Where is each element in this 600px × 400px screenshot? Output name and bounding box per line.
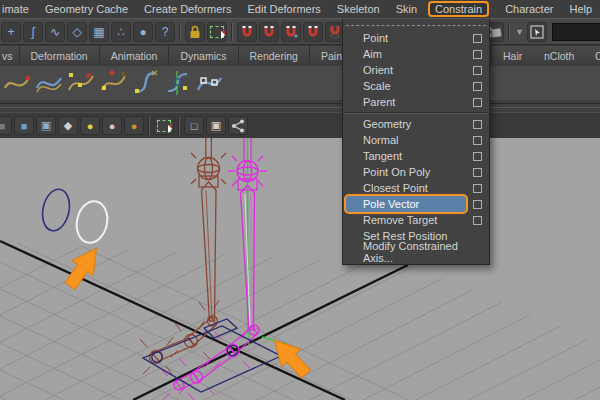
snap-grid-icon[interactable]	[237, 22, 257, 42]
curve-shelf-icon-3[interactable]	[66, 68, 96, 98]
snap-curve-icon[interactable]	[259, 22, 279, 42]
separator	[179, 23, 181, 41]
wireframe-cube-icon[interactable]: □	[184, 116, 204, 135]
shelf-divider	[0, 100, 600, 112]
camera-icon[interactable]: ■	[0, 116, 12, 135]
film-gate-icon[interactable]: ◆	[58, 116, 78, 135]
tab-hair[interactable]: Hair	[492, 46, 534, 66]
option-box-icon[interactable]	[473, 184, 482, 193]
menu-item-remove-target[interactable]: Remove Target	[343, 212, 489, 228]
shaded-cube-icon[interactable]: ■	[14, 116, 34, 135]
curve-shelf-icon-5[interactable]	[130, 68, 160, 98]
menu-item-scale[interactable]: Scale	[343, 78, 489, 94]
curve-shelf-icon-4[interactable]	[98, 68, 128, 98]
separator	[508, 23, 510, 41]
lock-icon[interactable]	[185, 22, 205, 42]
menu-item-orient[interactable]: Orient	[343, 62, 489, 78]
option-box-icon[interactable]	[473, 200, 482, 209]
option-box-icon[interactable]	[473, 34, 482, 43]
option-box-icon[interactable]	[473, 82, 482, 91]
tab-ncloth[interactable]: nCloth	[533, 46, 586, 66]
menu-item-tangent[interactable]: Tangent	[343, 148, 489, 164]
xray-icon[interactable]: ▣	[206, 116, 226, 135]
cluster-icon[interactable]: ∴	[111, 22, 131, 42]
menu-character[interactable]: Character	[505, 2, 553, 16]
snap-projected-center-icon[interactable]	[303, 22, 323, 42]
status-line: + ʃ ∿ ◇ ▦ ∴ ● ?	[0, 18, 600, 44]
menu-help[interactable]: Help	[569, 2, 592, 16]
option-box-icon[interactable]	[473, 66, 482, 75]
menu-skeleton[interactable]: Skeleton	[337, 2, 380, 16]
sphere-gray-icon[interactable]: ●	[102, 116, 122, 135]
curve-tool-icon[interactable]: ∿	[45, 22, 65, 42]
shelf-tab-bar: vs Deformation Animation Dynamics Render…	[0, 44, 600, 66]
tear-off-handle[interactable]	[346, 20, 486, 26]
isolate-select-icon[interactable]	[154, 116, 174, 135]
tab-animation[interactable]: Animation	[100, 46, 170, 66]
tab-custom[interactable]: Cust	[584, 46, 600, 66]
option-box-icon[interactable]	[473, 120, 482, 129]
plane-icon[interactable]: ◇	[67, 22, 87, 42]
menu-animate[interactable]: imate	[2, 2, 29, 16]
separator	[231, 23, 233, 41]
plus-icon[interactable]: +	[1, 22, 21, 42]
quick-selection-input[interactable]	[552, 23, 600, 41]
share-icon[interactable]	[228, 116, 248, 135]
option-box-icon[interactable]	[473, 168, 482, 177]
menu-item-modify-constrained-axis[interactable]: Modify Constrained Axis...	[343, 244, 489, 260]
option-box-icon[interactable]	[473, 136, 482, 145]
menu-separator	[344, 112, 488, 114]
status-line-right: ▼	[483, 20, 600, 44]
help-icon[interactable]: ?	[155, 22, 175, 42]
textured-cube-icon[interactable]: ▣	[36, 116, 56, 135]
lattice-icon[interactable]: ▦	[89, 22, 109, 42]
menu-item-normal[interactable]: Normal	[343, 132, 489, 148]
menu-item-point[interactable]: Point	[343, 30, 489, 46]
separator	[178, 117, 180, 135]
menu-edit-deformers[interactable]: Edit Deformers	[247, 2, 320, 16]
option-box-icon[interactable]	[473, 50, 482, 59]
maya-window: imate Geometry Cache Create Deformers Ed…	[0, 0, 600, 400]
option-box-icon[interactable]	[473, 98, 482, 107]
menu-geometry-cache[interactable]: Geometry Cache	[45, 2, 128, 16]
curve-shelf-icon-6[interactable]	[162, 68, 192, 98]
menu-item-point-on-poly[interactable]: Point On Poly	[343, 164, 489, 180]
tab-deformation[interactable]: Deformation	[20, 46, 100, 66]
menu-constrain[interactable]: Constrain	[428, 1, 489, 17]
menu-item-parent[interactable]: Parent	[343, 94, 489, 110]
menu-bar: imate Geometry Cache Create Deformers Ed…	[0, 0, 600, 18]
particle-icon[interactable]: ●	[133, 22, 153, 42]
curve-shelf-icon-1[interactable]	[2, 68, 32, 98]
chevron-down-icon[interactable]: ▼	[515, 27, 524, 37]
curve-shelf-icon-2[interactable]	[34, 68, 64, 98]
panel-toolbar: ■ ■ ▣ ◆ ● ● ● □ ▣	[0, 112, 600, 138]
separator	[148, 117, 150, 135]
sphere-gold-icon[interactable]: ●	[124, 116, 144, 135]
menu-create-deformers[interactable]: Create Deformers	[144, 2, 231, 16]
tab-dynamics[interactable]: Dynamics	[169, 46, 238, 66]
menu-item-pole-vector[interactable]: Pole Vector	[343, 196, 489, 212]
viewport-canvas[interactable]	[0, 138, 600, 400]
menu-skin[interactable]: Skin	[396, 2, 417, 16]
joint-tool-icon[interactable]: ʃ	[23, 22, 43, 42]
option-box-icon[interactable]	[473, 216, 482, 225]
menu-item-geometry[interactable]: Geometry	[343, 116, 489, 132]
light-icon[interactable]: ●	[80, 116, 100, 135]
constrain-dropdown-menu: Point Aim Orient Scale Parent Geometry N…	[342, 19, 490, 265]
menu-item-aim[interactable]: Aim	[343, 46, 489, 62]
snap-point-icon[interactable]	[281, 22, 301, 42]
selection-mask-icon[interactable]	[207, 22, 227, 42]
tab-subdivs[interactable]: vs	[0, 46, 20, 66]
menu-item-closest-point[interactable]: Closest Point	[343, 180, 489, 196]
option-box-icon[interactable]	[473, 152, 482, 161]
select-tool-icon[interactable]	[527, 22, 547, 42]
tab-rendering[interactable]: Rendering	[239, 46, 310, 66]
curve-shelf-icon-7[interactable]	[194, 68, 224, 98]
shelf-icon-row	[0, 66, 600, 100]
